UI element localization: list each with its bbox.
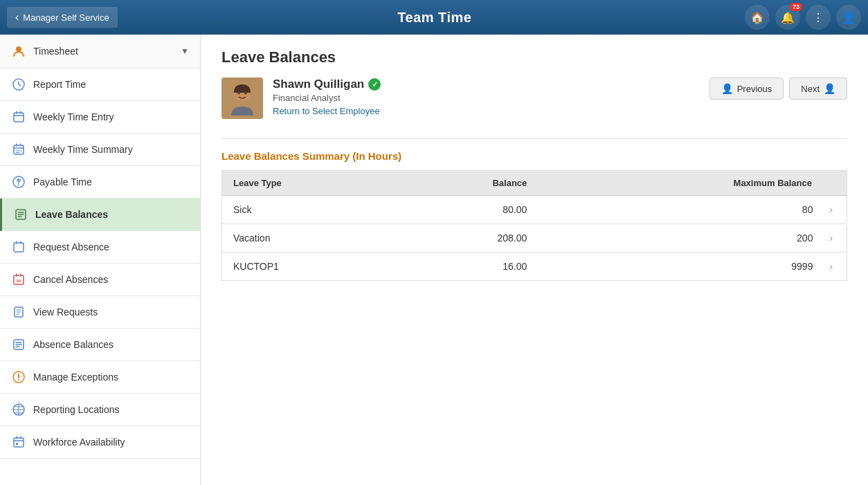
cancel-absences-label: Cancel Absences <box>33 274 189 285</box>
view-requests-label: View Requests <box>33 306 189 318</box>
sidebar-item-report-time[interactable]: Report Time <box>0 68 200 101</box>
sidebar-item-manage-exceptions[interactable]: Manage Exceptions <box>0 361 200 394</box>
svg-rect-2 <box>14 113 24 122</box>
report-time-icon <box>11 77 26 92</box>
max-balance-cell: 80 › <box>538 196 847 224</box>
reporting-locations-icon <box>11 402 26 417</box>
section-divider <box>221 138 847 139</box>
home-button[interactable]: 🏠 <box>745 5 770 30</box>
sidebar-item-leave-balances[interactable]: Leave Balances <box>0 199 200 231</box>
absence-balances-label: Absence Balances <box>33 339 189 350</box>
sidebar-item-cancel-absences[interactable]: Cancel Absences <box>0 264 200 296</box>
user-profile-button[interactable]: 👤 <box>836 5 861 30</box>
table-row[interactable]: Sick 80.00 80 › <box>222 196 847 224</box>
cancel-absences-icon <box>11 272 26 287</box>
sidebar-item-request-absence[interactable]: Request Absence <box>0 231 200 264</box>
request-absence-icon <box>11 239 26 255</box>
svg-rect-13 <box>14 438 24 447</box>
employee-role: Financial Analyst <box>273 93 381 103</box>
sidebar: Timesheet ▼ Report Time Weekly Time Entr… <box>0 35 201 485</box>
timesheet-label: Timesheet <box>33 46 181 57</box>
balance-cell: 80.00 <box>397 196 538 224</box>
payable-time-icon <box>11 174 26 190</box>
next-button[interactable]: Next 👤 <box>789 77 847 100</box>
employee-nav: 👤 Previous Next 👤 <box>709 77 847 100</box>
leave-type-cell: Vacation <box>222 224 398 253</box>
more-options-button[interactable]: ⋮ <box>806 5 831 30</box>
request-absence-label: Request Absence <box>33 241 189 253</box>
manage-exceptions-icon <box>11 369 26 385</box>
notifications-button[interactable]: 🔔 73 <box>775 5 800 30</box>
workforce-availability-label: Workforce Availability <box>33 437 189 448</box>
user-circle-icon: 👤 <box>842 11 856 24</box>
col-header-balance: Balance <box>397 171 538 196</box>
col-header-max-balance: Maximum Balance <box>538 171 847 196</box>
balance-cell: 16.00 <box>397 253 538 281</box>
leave-balances-label: Leave Balances <box>35 209 189 220</box>
next-label: Next <box>801 84 820 94</box>
previous-label: Previous <box>737 84 772 94</box>
header-icons: 🏠 🔔 73 ⋮ 👤 <box>745 5 861 30</box>
table-row[interactable]: Vacation 208.00 200 › <box>222 224 847 253</box>
employee-name-row: Shawn Quilligan ✓ <box>273 77 381 91</box>
workforce-availability-icon <box>11 434 26 450</box>
weekly-time-summary-icon <box>11 142 26 157</box>
timesheet-chevron-icon: ▼ <box>181 46 189 56</box>
employee-avatar <box>221 77 263 119</box>
main-content: Leave Balances <box>201 35 868 485</box>
sidebar-item-reporting-locations[interactable]: Reporting Locations <box>0 394 200 426</box>
svg-point-0 <box>16 46 21 52</box>
row-chevron-icon: › <box>829 204 833 215</box>
back-nav-label: Manager Self Service <box>23 12 109 23</box>
svg-point-18 <box>237 91 240 95</box>
sidebar-item-weekly-time-entry[interactable]: Weekly Time Entry <box>0 101 200 134</box>
employee-name: Shawn Quilligan <box>273 77 364 91</box>
row-chevron-icon: › <box>829 232 833 244</box>
home-icon: 🏠 <box>750 11 764 24</box>
payable-time-label: Payable Time <box>33 176 189 187</box>
weekly-time-entry-icon <box>11 109 26 125</box>
sidebar-item-payable-time[interactable]: Payable Time <box>0 166 200 199</box>
report-time-label: Report Time <box>33 79 189 90</box>
reporting-locations-label: Reporting Locations <box>33 404 189 415</box>
svg-rect-6 <box>14 243 24 252</box>
sidebar-item-view-requests[interactable]: View Requests <box>0 296 200 329</box>
table-header-row: Leave Type Balance Maximum Balance <box>222 171 847 196</box>
weekly-time-summary-label: Weekly Time Summary <box>33 144 189 155</box>
return-to-select-employee-link[interactable]: Return to Select Employee <box>273 106 380 116</box>
sidebar-item-workforce-availability[interactable]: Workforce Availability <box>0 426 200 459</box>
max-balance-cell: 9999 › <box>538 253 847 281</box>
main-layout: Timesheet ▼ Report Time Weekly Time Entr… <box>0 35 868 485</box>
app-title: Team Time <box>125 10 745 26</box>
table-row[interactable]: KUCTOP1 16.00 9999 › <box>222 253 847 281</box>
back-nav[interactable]: ‹ Manager Self Service <box>7 7 118 28</box>
sidebar-item-weekly-time-summary[interactable]: Weekly Time Summary <box>0 134 200 166</box>
manage-exceptions-label: Manage Exceptions <box>33 372 189 383</box>
page-title: Leave Balances <box>221 48 847 66</box>
ellipsis-icon: ⋮ <box>813 11 824 24</box>
employee-card: Shawn Quilligan ✓ Financial Analyst Retu… <box>221 77 381 119</box>
leave-type-cell: Sick <box>222 196 398 224</box>
absence-balances-icon <box>11 337 26 352</box>
employee-info: Shawn Quilligan ✓ Financial Analyst Retu… <box>273 77 381 116</box>
previous-icon: 👤 <box>721 83 733 94</box>
col-header-leave-type: Leave Type <box>222 171 398 196</box>
svg-point-19 <box>244 91 247 95</box>
leave-type-cell: KUCTOP1 <box>222 253 398 281</box>
notification-badge: 73 <box>790 3 802 11</box>
svg-point-11 <box>18 379 19 381</box>
weekly-time-entry-label: Weekly Time Entry <box>33 111 189 122</box>
sidebar-item-timesheet[interactable]: Timesheet ▼ <box>0 35 200 68</box>
app-header: ‹ Manager Self Service Team Time 🏠 🔔 73 … <box>0 0 868 35</box>
max-balance-cell: 200 › <box>538 224 847 253</box>
section-title: Leave Balances Summary (In Hours) <box>221 150 847 162</box>
view-requests-icon <box>11 304 26 320</box>
sidebar-item-absence-balances[interactable]: Absence Balances <box>0 329 200 361</box>
timesheet-icon <box>11 44 26 59</box>
svg-rect-14 <box>16 443 18 445</box>
balance-cell: 208.00 <box>397 224 538 253</box>
bell-icon: 🔔 <box>781 11 795 24</box>
leave-balances-table: Leave Type Balance Maximum Balance Sick … <box>221 170 847 281</box>
leave-balances-icon <box>13 207 28 222</box>
previous-button[interactable]: 👤 Previous <box>709 77 784 100</box>
